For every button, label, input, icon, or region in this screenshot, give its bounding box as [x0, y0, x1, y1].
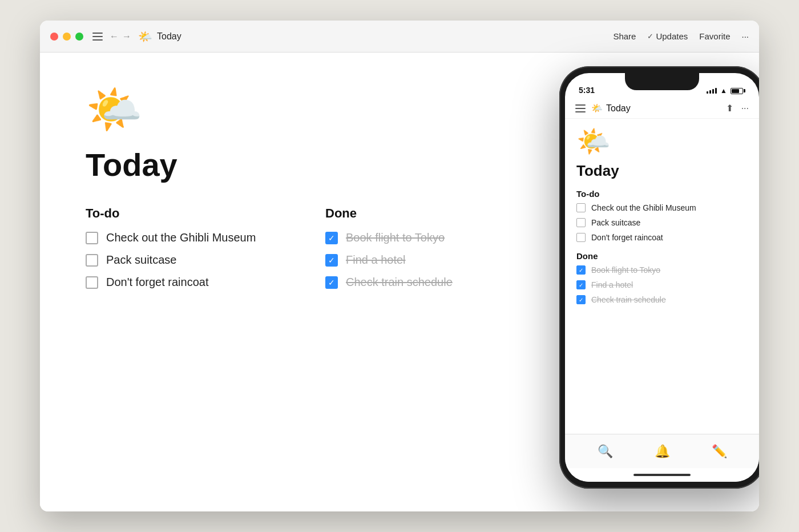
favorite-button[interactable]: Favorite [699, 31, 730, 41]
iphone-nav-emoji: 🌤️ [591, 103, 603, 114]
iphone-checkbox-6[interactable]: ✓ [576, 295, 586, 304]
list-item[interactable]: ✓ Book flight to Tokyo [325, 231, 497, 244]
iphone-nav-title-text: Today [606, 103, 631, 114]
iphone-nav-right: ⬆ ··· [726, 103, 749, 114]
mac-window: ← → 🌤️ Today Share ✓ Updates Favorite ··… [40, 21, 759, 511]
item-label-4: Book flight to Tokyo [346, 231, 445, 244]
iphone-more-icon[interactable]: ··· [741, 103, 749, 114]
title-bar-right: Share ✓ Updates Favorite ··· [613, 31, 749, 41]
list-item[interactable]: ✓ Check train schedule [576, 295, 748, 304]
iphone-bell-icon[interactable]: 🔔 [655, 444, 670, 459]
iphone-done-heading: Done [576, 251, 748, 261]
updates-checkmark: ✓ [647, 32, 653, 41]
updates-button[interactable]: ✓ Updates [647, 31, 688, 41]
checkbox-4[interactable]: ✓ [325, 232, 338, 244]
item-label-1: Check out the Ghibli Museum [106, 231, 256, 244]
list-item[interactable]: Pack suitcase [576, 218, 748, 227]
iphone-item-label-6: Check train schedule [591, 295, 666, 304]
done-heading: Done [325, 206, 497, 221]
iphone-item-label-2: Pack suitcase [591, 218, 640, 227]
iphone-item-label-3: Don't forget raincoat [591, 233, 663, 242]
list-item[interactable]: ✓ Find a hotel [325, 253, 497, 267]
iphone-checkbox-5[interactable]: ✓ [576, 280, 586, 289]
back-arrow[interactable]: ← [110, 31, 119, 42]
nav-arrows: ← → [110, 31, 131, 42]
checkbox-2[interactable] [86, 254, 98, 267]
forward-arrow[interactable]: → [122, 31, 131, 42]
iphone-tab-bar: 🔍 🔔 ✏️ [565, 434, 759, 468]
iphone-item-label-1: Check out the Ghibli Museum [591, 203, 696, 212]
iphone-checkbox-4[interactable]: ✓ [576, 265, 586, 275]
note-emoji-titlebar: 🌤️ [138, 30, 152, 43]
iphone-note-emoji: 🌤️ [576, 128, 748, 155]
iphone-todo-heading: To-do [576, 189, 748, 199]
done-section: Done ✓ Book flight to Tokyo ✓ Find a hot… [325, 206, 497, 298]
iphone-checkbox-3[interactable] [576, 233, 586, 242]
list-item[interactable]: Check out the Ghibli Museum [86, 231, 257, 244]
iphone-screen: 5:31 ▲ [565, 73, 759, 482]
iphone-item-label-5: Find a hotel [591, 280, 633, 289]
iphone-notch [625, 73, 699, 90]
iphone-home-indicator [565, 468, 759, 482]
list-item[interactable]: ✓ Book flight to Tokyo [576, 265, 748, 275]
iphone-sidebar-toggle-icon[interactable] [575, 104, 586, 112]
iphone-share-icon[interactable]: ⬆ [726, 103, 733, 114]
todo-heading: To-do [86, 206, 257, 221]
traffic-lights [50, 33, 83, 41]
iphone-checkbox-2[interactable] [576, 218, 586, 227]
iphone-done-section: Done ✓ Book flight to Tokyo ✓ Find a hot… [576, 251, 748, 304]
checkbox-5[interactable]: ✓ [325, 254, 338, 267]
note-title-bar: 🌤️ Today [138, 30, 181, 43]
more-button[interactable]: ··· [741, 31, 749, 41]
home-bar [633, 474, 691, 476]
iphone-checkbox-1[interactable] [576, 203, 586, 212]
list-item[interactable]: ✓ Find a hotel [576, 280, 748, 289]
title-bar: ← → 🌤️ Today Share ✓ Updates Favorite ··… [40, 21, 759, 53]
todo-section: To-do Check out the Ghibli Museum Pack s… [86, 206, 257, 298]
status-time: 5:31 [579, 86, 595, 95]
minimize-button[interactable] [63, 33, 71, 41]
item-label-2: Pack suitcase [106, 253, 176, 267]
iphone-nav-left: 🌤️ Today [575, 103, 631, 114]
checkbox-1[interactable] [86, 232, 98, 244]
list-item[interactable]: Don't forget raincoat [86, 276, 257, 289]
battery-icon [731, 88, 745, 94]
iphone-mockup: 5:31 ▲ [559, 66, 759, 489]
list-item[interactable]: Don't forget raincoat [576, 233, 748, 242]
item-label-3: Don't forget raincoat [106, 276, 208, 289]
fullscreen-button[interactable] [75, 33, 83, 41]
iphone-note-title: Today [576, 162, 748, 180]
item-label-6: Check train schedule [346, 276, 453, 289]
iphone-body: 5:31 ▲ [559, 66, 759, 489]
iphone-nav-title: 🌤️ Today [591, 103, 631, 114]
checkbox-3[interactable] [86, 276, 98, 289]
item-label-5: Find a hotel [346, 253, 406, 267]
note-title-titlebar: Today [157, 31, 181, 42]
list-item[interactable]: ✓ Check train schedule [325, 276, 497, 289]
list-item[interactable]: Check out the Ghibli Museum [576, 203, 748, 212]
list-item[interactable]: Pack suitcase [86, 253, 257, 267]
share-button[interactable]: Share [613, 31, 636, 41]
iphone-note-content: 🌤️ Today To-do Check out the Ghibli Muse… [565, 119, 759, 434]
iphone-search-icon[interactable]: 🔍 [598, 444, 613, 459]
iphone-compose-icon[interactable]: ✏️ [712, 444, 727, 459]
close-button[interactable] [50, 33, 58, 41]
iphone-nav: 🌤️ Today ⬆ ··· [565, 98, 759, 119]
status-icons: ▲ [707, 87, 745, 95]
wifi-icon: ▲ [720, 87, 727, 95]
checkbox-6[interactable]: ✓ [325, 276, 338, 289]
signal-bars-icon [707, 88, 717, 94]
sidebar-toggle-icon[interactable] [92, 33, 103, 41]
iphone-item-label-4: Book flight to Tokyo [591, 265, 660, 275]
